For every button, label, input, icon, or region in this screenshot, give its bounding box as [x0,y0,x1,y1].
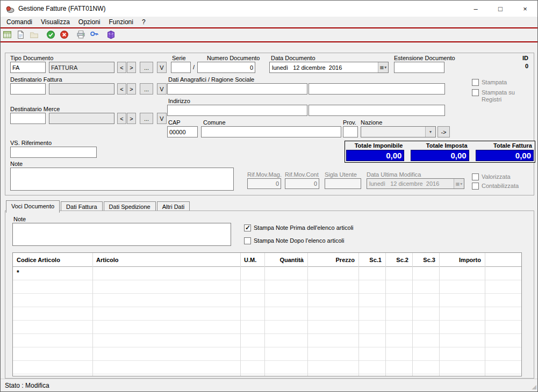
destinatario-merce-desc[interactable] [49,113,114,124]
open-document-button[interactable] [14,29,27,41]
dest-fattura-browse-button[interactable]: ... [140,83,153,95]
printer-icon [76,30,85,40]
stampa-note-prima-checkbox[interactable]: Stampa Note Prima dell'elenco articoli [244,224,354,231]
grid-row[interactable] [13,347,521,361]
nazione-goto-button[interactable]: -> [437,126,450,137]
grid-header-sc1[interactable]: Sc.1 [358,253,385,266]
data-ultima-modifica-picker[interactable]: lunedì 12 dicembre 2016 ▦▾ [367,178,464,189]
stampata-checkbox[interactable]: Stampata [472,79,507,86]
menu-comandi[interactable]: Comandi [2,17,37,27]
tipo-next-button[interactable]: > [127,62,136,73]
destinatario-fattura-desc[interactable] [49,83,114,95]
dest-fattura-next-button[interactable]: > [127,83,136,95]
nazione-combobox[interactable]: ▾ [361,126,436,137]
menu-funzioni[interactable]: Funzioni [105,17,138,27]
stampata-registri-checkbox-box[interactable] [472,89,479,96]
maximize-button[interactable]: □ [488,1,513,17]
destinatario-merce-label: Destinatario Merce [10,106,60,112]
grid-row[interactable] [13,334,521,347]
rif-mov-mag-input[interactable] [247,178,281,189]
valorizzata-checkbox-box[interactable] [472,173,479,180]
dest-merce-browse-button[interactable]: ... [140,113,153,124]
dest-merce-validate-button[interactable]: V [157,113,167,124]
grid-header-sc3[interactable]: Sc.3 [412,253,439,266]
new-record-button[interactable] [1,29,14,41]
grid-row[interactable] [13,321,521,334]
grid-header-extra[interactable] [485,253,521,266]
voci-note-textarea[interactable] [12,223,231,246]
data-ultima-modifica-drop-button[interactable]: ▦▾ [454,179,464,188]
id-value: 0 [484,63,528,69]
dest-merce-next-button[interactable]: > [127,113,136,124]
manual-button[interactable] [104,29,118,41]
stampata-registri-checkbox[interactable]: Stampata su Registri [472,89,528,103]
valorizzata-checkbox[interactable]: Valorizzata [472,173,511,180]
dest-fattura-validate-button[interactable]: V [157,83,167,95]
estensione-documento-input[interactable] [394,62,444,73]
sigla-utente-input[interactable] [325,178,361,189]
ragione-sociale-input-2[interactable] [309,83,445,95]
contabilizzata-checkbox-box[interactable] [472,183,479,190]
minimize-button[interactable]: – [463,1,488,17]
stampa-note-prima-checkbox-box[interactable] [244,224,251,231]
comune-input[interactable] [201,126,341,137]
close-button[interactable]: × [513,1,537,17]
header-note-textarea[interactable] [10,168,234,191]
dest-fattura-prev-button[interactable]: < [117,83,126,95]
stampa-note-dopo-checkbox-box[interactable] [244,237,251,244]
grid-header-codice-articolo[interactable]: Codice Articolo [13,253,92,266]
stampata-checkbox-box[interactable] [472,79,479,86]
nazione-drop-button[interactable]: ▾ [425,127,435,137]
grid-new-row[interactable]: * [13,267,521,280]
grid-header-articolo[interactable]: Articolo [92,253,240,266]
app-window: Gestione Fatture (FATT01NW) – □ × Comand… [0,0,538,392]
indirizzo-input-1[interactable] [167,105,307,116]
stampa-note-dopo-checkbox[interactable]: Stampa Note Dopo l'elenco articoli [244,237,344,244]
stampata-registri-checkbox-label: Stampata su Registri [482,89,528,103]
confirm-button[interactable] [44,29,58,41]
grid-column-divider [307,253,308,376]
menu-visualizza[interactable]: Visualizza [37,17,74,27]
grid-row[interactable] [13,374,521,376]
cap-input[interactable] [167,126,198,137]
data-ultima-modifica-value: lunedì 12 dicembre 2016 [367,180,454,187]
tab-voci-documento[interactable]: Voci Documento [6,200,60,213]
comune-label: Comune [203,119,226,126]
grid-row[interactable] [13,361,521,374]
contabilizzata-checkbox[interactable]: Contabilizzata [472,183,519,190]
destinatario-fattura-input[interactable] [10,83,46,95]
grid-row[interactable] [13,307,521,321]
destinatario-merce-input[interactable] [10,113,46,124]
key-icon [90,30,99,40]
grid-header-importo[interactable]: Importo [439,253,485,266]
numero-documento-input[interactable] [197,62,255,73]
menu-opzioni[interactable]: Opzioni [74,17,105,27]
prov-input[interactable] [343,126,358,137]
grid-header-sc2[interactable]: Sc.2 [385,253,412,266]
serie-input[interactable] [171,62,191,73]
cancel-button[interactable] [58,29,71,41]
tipo-prev-button[interactable]: < [117,62,126,73]
grid-row[interactable] [13,280,521,294]
folder-button[interactable] [27,29,41,41]
tipo-documento-input[interactable] [10,62,46,73]
grid-header-prezzo[interactable]: Prezzo [307,253,358,266]
data-documento-picker[interactable]: lunedì 12 dicembre 2016 ▦▾ [269,62,389,73]
menu-help[interactable]: ? [138,17,150,27]
grid-header-quantita[interactable]: Quantità [264,253,307,266]
tipo-browse-button[interactable]: ... [140,62,153,73]
grid-row[interactable] [13,294,521,307]
indirizzo-input-2[interactable] [309,105,445,116]
grid-column-divider [358,253,359,376]
grid-header-um[interactable]: U.M. [240,253,264,266]
tipo-validate-button[interactable]: V [157,62,167,73]
tipo-documento-desc[interactable] [49,62,114,73]
ragione-sociale-input-1[interactable] [167,83,307,95]
print-button[interactable] [74,29,88,41]
dest-merce-prev-button[interactable]: < [117,113,126,124]
key-button[interactable] [88,29,101,41]
resize-grip[interactable]: ◢ [532,383,536,390]
vs-riferimento-input[interactable] [10,147,97,158]
data-documento-drop-button[interactable]: ▦▾ [378,62,388,72]
rif-mov-cont-input[interactable] [285,178,319,189]
